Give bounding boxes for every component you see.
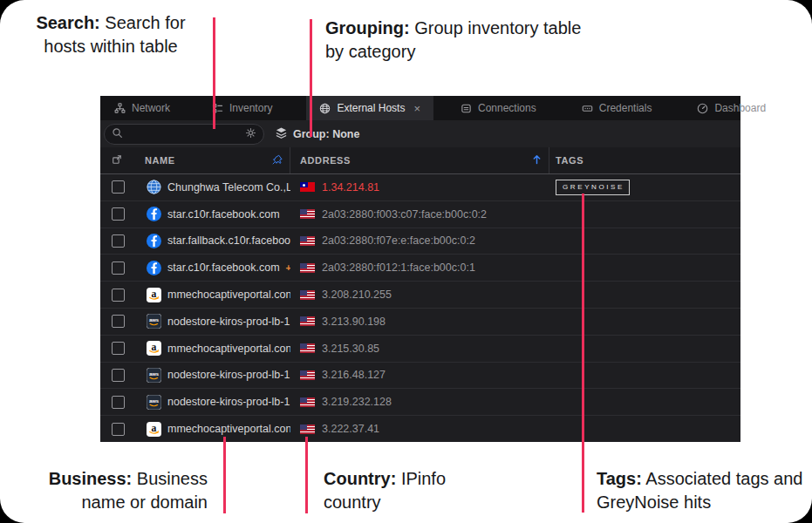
table-row[interactable]: star.fallback.c10r.facebook 2a03:2880:f0… [100, 228, 740, 255]
search-pointer-line [213, 17, 215, 129]
svg-text:aws: aws [149, 317, 160, 323]
search-callout: Search: Search for hosts within table [16, 11, 206, 58]
host-address: 3.219.232.128 [322, 396, 392, 408]
name-cell: a mmechocaptiveportal.con [135, 336, 290, 362]
row-checkbox[interactable] [112, 369, 125, 382]
host-name: star.c10r.facebook.com [167, 262, 280, 274]
tab-connections[interactable]: Connections [447, 96, 549, 120]
grouping-callout-label: Grouping: [325, 18, 410, 37]
toolbar: Group: None [100, 120, 740, 147]
aws-icon: aws [147, 368, 161, 383]
tab-inventory[interactable]: Inventory [199, 96, 285, 120]
table-row[interactable]: star.c10r.facebook.com 2a03:2880:f003:c0… [100, 201, 740, 228]
table-row[interactable]: a mmechocaptiveportal.con 3.208.210.255 [100, 282, 740, 309]
tab-network[interactable]: Network [101, 96, 183, 120]
table-row[interactable]: Chunghwa Telecom Co.,Lt 1.34.214.81 GREY… [100, 174, 740, 201]
row-checkbox[interactable] [112, 423, 125, 436]
amazon-icon: a [147, 422, 161, 437]
svg-text:aws: aws [149, 371, 160, 377]
country-flag-icon [300, 397, 315, 407]
name-cell: aws nodestore-kiros-prod-lb-1 [135, 309, 290, 335]
tags-cell [549, 282, 740, 308]
business-callout: Business: Business name or domain [16, 467, 208, 514]
table-row[interactable]: a mmechocaptiveportal.con 3.222.37.41 [100, 416, 740, 442]
network-icon [114, 103, 126, 114]
name-cell: star.c10r.facebook.com [135, 201, 290, 228]
aws-icon: aws [147, 314, 161, 329]
facebook-icon [147, 261, 161, 275]
host-name: nodestore-kiros-prod-lb-1 [167, 396, 290, 408]
column-header-tags[interactable]: TAGS [549, 147, 740, 173]
row-checkbox[interactable] [112, 315, 125, 328]
tags-cell [549, 416, 740, 442]
tags-cell [549, 228, 740, 255]
host-name: mmechocaptiveportal.con [167, 289, 290, 301]
row-select-cell [100, 336, 135, 362]
host-address: 3.222.37.41 [322, 423, 379, 435]
column-header-name-label: NAME [145, 155, 175, 166]
column-header-address[interactable]: ADDRESS [290, 147, 549, 173]
table-body: Chunghwa Telecom Co.,Lt 1.34.214.81 GREY… [100, 174, 740, 442]
row-select-cell [100, 282, 135, 308]
host-address: 3.215.30.85 [322, 343, 379, 355]
tab-dashboard[interactable]: Dashboard [684, 96, 779, 120]
close-icon[interactable]: × [413, 103, 420, 114]
pin-icon[interactable] [272, 154, 283, 166]
address-cell: 3.219.232.128 [290, 389, 549, 415]
row-checkbox[interactable] [112, 207, 125, 221]
country-flag-icon [300, 343, 315, 353]
table-row[interactable]: a mmechocaptiveportal.con 3.215.30.85 [100, 336, 740, 363]
column-header-address-label: ADDRESS [300, 155, 351, 166]
header-select-cell[interactable] [100, 147, 135, 173]
column-header-name[interactable]: NAME [135, 147, 290, 173]
row-checkbox[interactable] [112, 342, 125, 355]
table-header: NAME ADDRESS TAGS [100, 147, 740, 174]
search-input-box[interactable] [104, 124, 264, 145]
tab-external-hosts[interactable]: External Hosts × [306, 96, 433, 120]
country-flag-icon [300, 290, 315, 300]
gear-icon[interactable] [245, 127, 256, 141]
dashboard-icon [697, 103, 708, 114]
row-checkbox[interactable] [112, 180, 125, 194]
expand-icon[interactable] [112, 154, 122, 166]
column-header-tags-label: TAGS [556, 155, 583, 166]
row-select-cell [100, 174, 135, 200]
table-row[interactable]: aws nodestore-kiros-prod-lb-1 3.216.48.1… [100, 363, 740, 390]
grouping-callout: Grouping: Group inventory table by categ… [325, 17, 587, 64]
row-checkbox[interactable] [112, 234, 125, 248]
globe-icon [319, 103, 331, 114]
grouping-pointer-line [310, 19, 312, 137]
host-name: mmechocaptiveportal.con [167, 423, 290, 435]
address-cell: 2a03:2880:f003:c07:face:b00c:0:2 [290, 201, 549, 228]
sort-ascending-icon[interactable] [532, 154, 542, 166]
tab-credentials[interactable]: Credentials [569, 96, 665, 120]
host-address: 2a03:2880:f012:1:face:b00c:0:1 [322, 262, 475, 274]
search-callout-label: Search: [36, 13, 99, 32]
tab-bar: Network Inventory External Hosts × Conne… [100, 96, 740, 120]
row-checkbox[interactable] [112, 289, 125, 302]
group-by-label: Group: None [293, 128, 359, 140]
host-address: 3.216.48.127 [322, 369, 386, 381]
table-row[interactable]: star.c10r.facebook.com +1 2a03:2880:f012… [100, 255, 740, 282]
group-by-control[interactable]: Group: None [275, 126, 359, 142]
table-row[interactable]: aws nodestore-kiros-prod-lb-1 3.219.232.… [100, 389, 740, 416]
business-callout-label: Business: [49, 469, 133, 488]
search-input[interactable] [123, 127, 245, 141]
row-checkbox[interactable] [112, 262, 125, 275]
tags-cell [549, 201, 740, 228]
name-cell: a mmechocaptiveportal.con [135, 282, 290, 308]
tags-pointer-line [582, 194, 584, 513]
greynoise-tag[interactable]: GREYNOISE [556, 180, 630, 195]
host-name: nodestore-kiros-prod-lb-1 [167, 369, 290, 381]
tab-label: Credentials [599, 102, 652, 114]
table-row[interactable]: aws nodestore-kiros-prod-lb-1 3.213.90.1… [100, 309, 740, 336]
host-name: mmechocaptiveportal.con [167, 343, 290, 355]
country-flag-icon [300, 182, 315, 192]
connections-icon [461, 103, 472, 114]
tags-cell [549, 389, 740, 415]
row-checkbox[interactable] [112, 396, 125, 409]
aws-icon: aws [147, 395, 161, 410]
name-cell: aws nodestore-kiros-prod-lb-1 [135, 389, 290, 415]
facebook-icon [147, 234, 161, 248]
tags-cell [549, 309, 740, 335]
